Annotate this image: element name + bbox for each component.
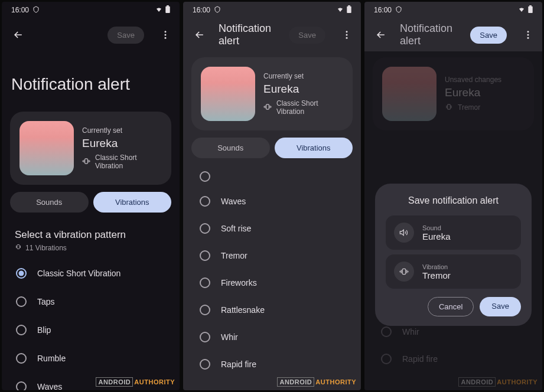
svg-rect-18 — [448, 104, 451, 109]
wifi-icon — [517, 6, 526, 15]
tab-vibrations[interactable]: Vibrations — [275, 138, 353, 158]
album-art — [382, 67, 436, 121]
dialog-sound-label: Sound — [422, 224, 513, 231]
radio-icon — [200, 171, 210, 182]
dialog-save-button[interactable]: Save — [480, 297, 521, 316]
svg-rect-1 — [167, 5, 169, 6]
list-item-label: Tremor — [221, 251, 247, 260]
tab-sounds[interactable]: Sounds — [10, 192, 89, 213]
radio-icon — [200, 359, 210, 370]
list-item-label: Rattlesnake — [221, 305, 265, 315]
back-button[interactable] — [372, 25, 390, 44]
current-selection-card: Currently set Eureka Classic Short Vibra… — [10, 112, 171, 185]
current-selection-card: Currently set Eureka Classic Short Vibra… — [191, 57, 353, 130]
page-title: Notification alert — [219, 22, 279, 47]
svg-rect-7 — [347, 6, 351, 13]
dialog-vibration-row[interactable]: Vibration Tremor — [386, 254, 521, 289]
dialog-title: Save notification alert — [386, 195, 521, 206]
card-title: Eureka — [263, 83, 343, 96]
list-item[interactable]: Whir — [183, 324, 361, 351]
album-art — [19, 121, 74, 175]
dialog-vibration-value: Tremor — [422, 270, 513, 280]
radio-icon — [16, 353, 27, 364]
status-time: 16:00 — [374, 6, 392, 14]
page-title: Notification alert — [400, 22, 461, 47]
list-item[interactable]: Rattlesnake — [183, 296, 361, 324]
current-selection-card: Unsaved changes Eureka Tremor — [373, 57, 534, 130]
svg-rect-19 — [402, 269, 405, 274]
back-button[interactable] — [9, 25, 28, 44]
segmented-control: Sounds Vibrations — [10, 192, 171, 213]
list-item-label: Whir — [221, 332, 238, 342]
list-item-label: Rapid fire — [221, 360, 256, 369]
save-dialog: Save notification alert Sound Eureka Vib… — [375, 184, 532, 326]
card-label: Currently set — [263, 72, 343, 80]
card-sub: Tremor — [458, 103, 480, 112]
section-title: Select a vibration pattern — [15, 229, 167, 241]
dialog-sound-row[interactable]: Sound Eureka — [386, 215, 521, 250]
vibration-icon — [394, 262, 414, 282]
dialog-sound-value: Eureka — [422, 231, 513, 241]
overflow-menu-button[interactable] — [156, 25, 175, 44]
dialog-vibration-label: Vibration — [422, 263, 513, 270]
list-item[interactable]: Tremor — [183, 242, 361, 269]
list-item-label: Classic Short Vibration — [37, 269, 120, 278]
radio-icon — [200, 305, 210, 315]
back-button[interactable] — [190, 25, 209, 44]
card-label: Unsaved changes — [445, 76, 525, 84]
list-item[interactable]: Classic Short Vibration — [2, 259, 180, 288]
card-sub: Classic Short Vibration — [95, 153, 162, 170]
vibration-icon — [15, 243, 22, 252]
svg-rect-13 — [528, 6, 532, 13]
overflow-menu-button[interactable] — [519, 25, 538, 44]
card-sub: Classic Short Vibration — [276, 99, 343, 116]
tab-sounds[interactable]: Sounds — [191, 138, 270, 158]
app-bar: Save — [2, 18, 180, 51]
radio-icon — [16, 325, 27, 335]
section-header: Select a vibration pattern 11 Vibrations — [2, 220, 180, 256]
list-item[interactable]: Soft rise — [183, 215, 361, 242]
save-button[interactable]: Save — [289, 27, 325, 44]
vibration-list[interactable]: Waves Soft rise Tremor Fireworks Rattles… — [183, 165, 361, 390]
svg-point-16 — [527, 34, 529, 36]
watermark: ANDROIDAUTHORITY — [277, 378, 356, 386]
app-bar: Notification alert Save — [183, 18, 361, 51]
svg-rect-8 — [348, 5, 350, 6]
status-bar: 16:00 — [364, 2, 542, 18]
list-item[interactable]: Fireworks — [183, 269, 361, 296]
screen-3: 16:00 Notification alert Save — [364, 2, 542, 390]
svg-rect-6 — [17, 245, 19, 249]
save-button[interactable]: Save — [108, 27, 144, 44]
list-item[interactable]: Blip — [2, 316, 180, 344]
overflow-menu-button[interactable] — [337, 25, 356, 44]
battery-icon — [347, 5, 351, 15]
save-button[interactable]: Save — [470, 27, 507, 44]
list-item-label: Waves — [221, 197, 246, 206]
svg-rect-5 — [85, 158, 88, 163]
radio-icon — [381, 354, 392, 364]
svg-point-15 — [527, 31, 529, 32]
list-item[interactable]: Rumble — [2, 344, 180, 373]
list-item[interactable]: Waves — [183, 188, 361, 215]
shield-icon — [395, 6, 402, 15]
svg-point-2 — [165, 31, 167, 32]
list-item[interactable]: Rapid fire — [183, 351, 361, 378]
tab-vibrations[interactable]: Vibrations — [93, 192, 172, 213]
cancel-button[interactable]: Cancel — [428, 297, 474, 316]
radio-icon — [16, 296, 27, 307]
radio-icon — [16, 381, 27, 390]
vibration-list: Classic Short Vibration Taps Blip Rumble… — [2, 256, 180, 390]
list-item-label: Rapid fire — [402, 354, 438, 364]
card-title: Eureka — [445, 86, 525, 99]
screen-2: 16:00 Notification alert Save — [183, 2, 361, 390]
watermark: ANDROIDAUTHORITY — [458, 378, 538, 386]
radio-icon — [16, 268, 27, 279]
list-item-label: Fireworks — [221, 278, 257, 288]
section-count: 11 Vibrations — [25, 244, 67, 252]
battery-icon — [528, 5, 533, 15]
status-time: 16:00 — [11, 6, 29, 14]
radio-icon — [200, 250, 210, 261]
list-item[interactable]: Rapid fire — [364, 345, 542, 373]
list-item[interactable] — [183, 169, 361, 188]
list-item[interactable]: Taps — [2, 288, 180, 316]
